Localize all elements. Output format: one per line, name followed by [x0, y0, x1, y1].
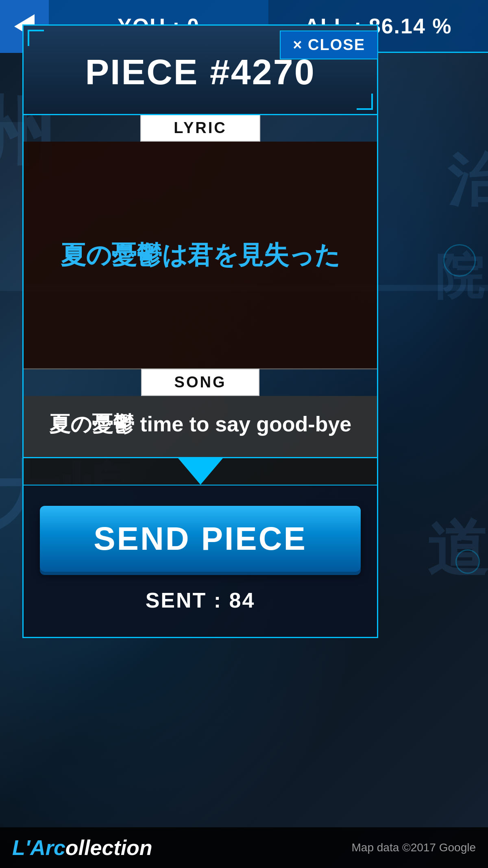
brand-bar: L'Arcollection Map data ©2017 Google	[0, 827, 488, 868]
song-text: 夏の憂鬱 time to say good-bye	[36, 404, 365, 445]
lyric-section: 夏の憂鬱は君を見失った	[24, 142, 377, 370]
piece-modal: × CLOSE PIECE #4270 LYRIC 夏の憂鬱は君を見失った SO…	[22, 24, 378, 638]
song-section-label: SONG	[141, 369, 260, 396]
brand-prefix: L'Arc	[12, 836, 65, 859]
send-piece-button[interactable]: SEND PIECE	[40, 506, 361, 572]
lyric-text: 夏の憂鬱は君を見失った	[52, 230, 348, 280]
down-arrow-icon	[178, 458, 223, 485]
brand-suffix: ollection	[65, 836, 152, 859]
corner-decoration-br	[357, 94, 373, 110]
action-area: SEND PIECE SENT : 84	[24, 485, 377, 637]
song-section: 夏の憂鬱 time to say good-bye	[24, 396, 377, 458]
sent-count: SENT : 84	[40, 588, 361, 612]
song-label-wrap: SONG	[24, 369, 377, 396]
close-button[interactable]: × CLOSE	[280, 31, 378, 59]
lyric-label-wrap: LYRIC	[24, 114, 377, 142]
map-credit: Map data ©2017 Google	[351, 841, 476, 854]
arrow-connector	[24, 458, 377, 485]
brand-name: L'Arcollection	[12, 835, 152, 860]
lyric-section-label: LYRIC	[140, 114, 260, 142]
corner-decoration-tl	[28, 30, 44, 46]
